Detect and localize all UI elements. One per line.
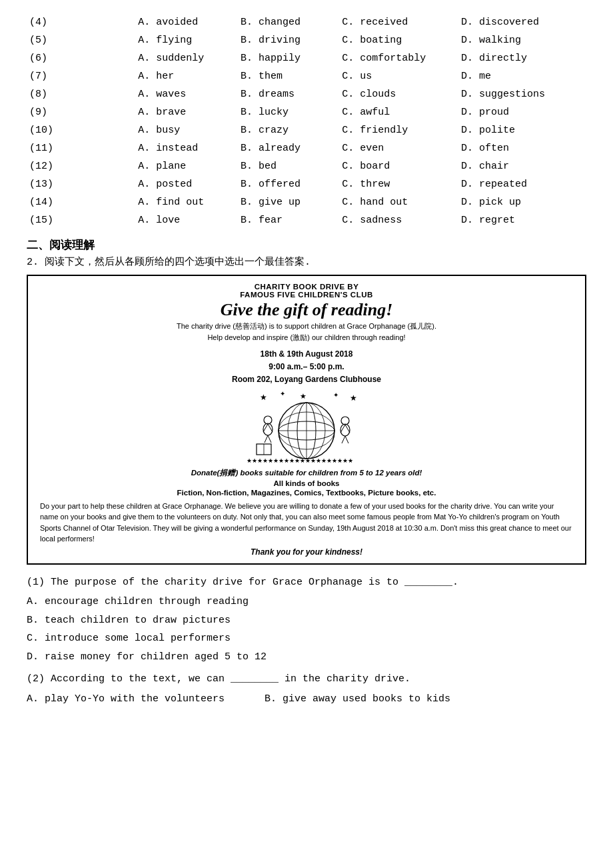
- svg-line-16: [265, 435, 268, 443]
- question-2-text: (2) According to the text, we can ______…: [27, 671, 586, 688]
- mcq-cell-b: B. happily: [238, 49, 339, 67]
- question-1-text: (1) The purpose of the charity drive for…: [27, 574, 586, 591]
- mcq-cell-b: B. lucky: [238, 103, 339, 121]
- mcq-cell-c: C. even: [339, 139, 458, 157]
- mcq-cell-d: D. directly: [458, 49, 586, 67]
- mcq-cell-c: C. friendly: [339, 121, 458, 139]
- mcq-cell-a: A. brave: [135, 103, 238, 121]
- q2-answers: A. play Yo-Yo with the volunteers B. giv…: [27, 691, 586, 708]
- mcq-cell-b: B. crazy: [238, 121, 339, 139]
- mcq-cell-b: B. already: [238, 139, 339, 157]
- mcq-row: (4)A. avoidedB. changedC. receivedD. dis…: [27, 13, 586, 31]
- mcq-cell-b: B. changed: [238, 13, 339, 31]
- mcq-cell-d: D. proud: [458, 103, 586, 121]
- q1-answer-d: D. raise money for children aged 5 to 12: [27, 649, 586, 666]
- mcq-cell-a: A. busy: [135, 121, 238, 139]
- mcq-cell-num: (5): [27, 31, 135, 49]
- mcq-cell-num: (6): [27, 49, 135, 67]
- mcq-cell-num: (10): [27, 121, 135, 139]
- mcq-cell-d: D. polite: [458, 121, 586, 139]
- q1-answer-b: B. teach children to draw pictures: [27, 612, 586, 629]
- mcq-cell-b: B. give up: [238, 193, 339, 211]
- mcq-cell-c: C. clouds: [339, 85, 458, 103]
- svg-text:✦: ✦: [333, 391, 338, 399]
- mcq-row: (8)A. wavesB. dreamsC. cloudsD. suggesti…: [27, 85, 586, 103]
- mcq-cell-a: A. instead: [135, 139, 238, 157]
- mcq-cell-num: (11): [27, 139, 135, 157]
- mcq-row: (13)A. postedB. offeredC. threwD. repeat…: [27, 175, 586, 193]
- mcq-cell-c: C. threw: [339, 175, 458, 193]
- mcq-cell-b: B. driving: [238, 31, 339, 49]
- charity-donate: Donate(捐赠) books suitable for children f…: [40, 468, 573, 478]
- mcq-cell-c: C. boating: [339, 31, 458, 49]
- mcq-cell-c: C. comfortably: [339, 49, 458, 67]
- q1-answer-c: C. introduce some local performers: [27, 630, 586, 647]
- charity-subtitle1: The charity drive (慈善活动) is to support c…: [40, 321, 573, 331]
- section2-title: 二、阅读理解: [27, 237, 586, 253]
- mcq-cell-d: D. walking: [458, 31, 586, 49]
- charity-top-title: CHARITY BOOK DRIVE BYFAMOUS FIVE CHILDRE…: [40, 283, 573, 299]
- q1-answer-a: A. encourage children through reading: [27, 593, 586, 611]
- mcq-cell-num: (8): [27, 85, 135, 103]
- mcq-row: (7)A. herB. themC. usD. me: [27, 67, 586, 85]
- svg-text:★: ★: [350, 393, 357, 403]
- mcq-cell-b: B. offered: [238, 175, 339, 193]
- mcq-row: (11)A. insteadB. alreadyC. evenD. often: [27, 139, 586, 157]
- svg-line-21: [345, 425, 350, 433]
- mcq-cell-b: B. dreams: [238, 85, 339, 103]
- mcq-cell-num: (15): [27, 211, 135, 229]
- svg-text:★: ★: [300, 392, 306, 400]
- mcq-cell-c: C. us: [339, 67, 458, 85]
- charity-image: ★ ✦ ★ ✦ ★: [240, 391, 373, 464]
- mcq-cell-num: (14): [27, 193, 135, 211]
- mcq-cell-a: A. suddenly: [135, 49, 238, 67]
- mcq-cell-c: C. awful: [339, 103, 458, 121]
- mcq-cell-c: C. sadness: [339, 211, 458, 229]
- q2-answer-b: B. give away used books to kids: [265, 691, 450, 708]
- svg-line-22: [342, 436, 345, 443]
- mcq-cell-c: C. board: [339, 157, 458, 175]
- charity-subtitle2: Help develop and inspire (激励) our childr…: [40, 333, 573, 343]
- mcq-row: (14)A. find outB. give upC. hand outD. p…: [27, 193, 586, 211]
- mcq-cell-c: C. hand out: [339, 193, 458, 211]
- svg-line-23: [345, 436, 348, 443]
- charity-body: Do your part to help these children at G…: [40, 501, 573, 545]
- mcq-cell-c: C. received: [339, 13, 458, 31]
- mcq-row: (6)A. suddenlyB. happilyC. comfortablyD.…: [27, 49, 586, 67]
- mcq-cell-a: A. find out: [135, 193, 238, 211]
- mcq-cell-d: D. suggestions: [458, 85, 586, 103]
- svg-text:★: ★: [260, 393, 267, 402]
- charity-books2: Fiction, Non-fiction, Magazines, Comics,…: [40, 489, 573, 497]
- mcq-cell-d: D. pick up: [458, 193, 586, 211]
- q2-answer-a: A. play Yo-Yo with the volunteers: [27, 691, 225, 708]
- mcq-cell-d: D. regret: [458, 211, 586, 229]
- mcq-cell-b: B. them: [238, 67, 339, 85]
- mcq-cell-a: A. love: [135, 211, 238, 229]
- mcq-cell-d: D. chair: [458, 157, 586, 175]
- charity-thankyou: Thank you for your kindness!: [40, 547, 573, 557]
- mcq-cell-d: D. repeated: [458, 175, 586, 193]
- mcq-row: (12)A. planeB. bedC. boardD. chair: [27, 157, 586, 175]
- svg-text:✦: ✦: [280, 391, 285, 397]
- mcq-cell-num: (13): [27, 175, 135, 193]
- mcq-cell-num: (9): [27, 103, 135, 121]
- mcq-row: (10)A. busyB. crazyC. friendlyD. polite: [27, 121, 586, 139]
- mcq-cell-a: A. waves: [135, 85, 238, 103]
- mcq-cell-d: D. often: [458, 139, 586, 157]
- svg-line-20: [340, 425, 345, 433]
- charity-date: 18th & 19th August 2018 9:00 a.m.– 5:00 …: [40, 348, 573, 387]
- mcq-cell-num: (4): [27, 13, 135, 31]
- mcq-cell-a: A. plane: [135, 157, 238, 175]
- mcq-cell-b: B. fear: [238, 211, 339, 229]
- mcq-cell-d: D. discovered: [458, 13, 586, 31]
- mcq-cell-a: A. avoided: [135, 13, 238, 31]
- svg-text:★★★★★★★★★★★★★★★★★★★★: ★★★★★★★★★★★★★★★★★★★★: [247, 457, 353, 464]
- mcq-row: (15)A. loveB. fearC. sadnessD. regret: [27, 211, 586, 229]
- svg-point-13: [264, 416, 272, 424]
- svg-line-14: [263, 424, 268, 432]
- svg-point-18: [341, 417, 349, 425]
- svg-line-17: [268, 435, 271, 443]
- mcq-cell-d: D. me: [458, 67, 586, 85]
- mcq-cell-a: A. flying: [135, 31, 238, 49]
- section2-instruction: 2. 阅读下文，然后从各顾所给的四个选项中选出一个最佳答案.: [27, 255, 586, 268]
